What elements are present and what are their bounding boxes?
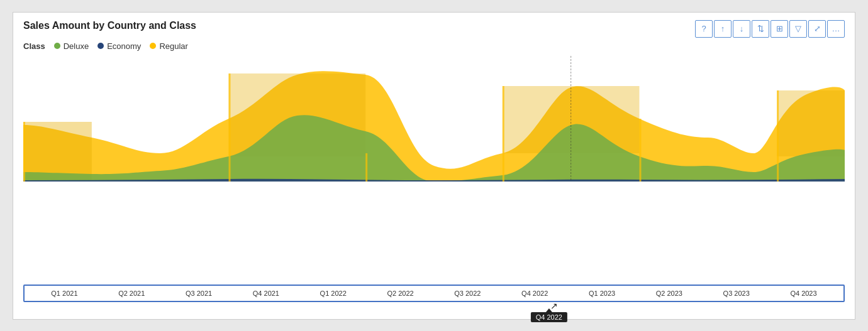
x-label-q2-2021: Q2 2021 xyxy=(113,290,150,297)
toolbar[interactable]: ? ↑ ↓ ⇅ ⊞ ▽ ⤢ … xyxy=(695,20,845,38)
legend: Class Deluxe Economy Regular xyxy=(23,41,845,51)
regular-dot xyxy=(150,43,156,49)
x-label-q1-2023: Q1 2023 xyxy=(583,290,621,297)
x-label-q2-2023: Q2 2023 xyxy=(650,290,688,297)
svg-rect-6 xyxy=(365,153,367,182)
cursor-icon: ↗ xyxy=(550,301,558,311)
tooltip-wrapper: Q4 2022 ↗ xyxy=(531,312,567,322)
x-label-q3-2021: Q3 2021 xyxy=(180,290,218,297)
legend-item-deluxe: Deluxe xyxy=(54,41,89,51)
x-label-q1-2022: Q1 2022 xyxy=(314,290,352,297)
toolbar-focus-btn[interactable]: ⤢ xyxy=(808,20,826,38)
x-label-q1-2021: Q1 2021 xyxy=(45,290,83,297)
toolbar-sort-btn[interactable]: ⇅ xyxy=(752,20,769,38)
toolbar-down-btn[interactable]: ↓ xyxy=(733,20,750,38)
toolbar-expand-btn[interactable]: ⊞ xyxy=(771,20,788,38)
svg-rect-8 xyxy=(640,119,642,182)
legend-label-regular: Regular xyxy=(159,41,188,51)
legend-prefix: Class xyxy=(23,41,45,51)
svg-rect-3 xyxy=(777,90,845,156)
chart-container: Sales Amount by Country and Class ? ↑ ↓ … xyxy=(13,12,855,320)
toolbar-up-btn[interactable]: ↑ xyxy=(714,20,732,38)
svg-rect-4 xyxy=(23,122,25,182)
svg-rect-7 xyxy=(503,86,504,182)
toolbar-help-btn[interactable]: ? xyxy=(695,20,713,38)
chart-svg xyxy=(23,56,845,282)
legend-label-deluxe: Deluxe xyxy=(64,41,89,51)
svg-rect-5 xyxy=(229,73,231,182)
x-axis-wrapper: Q1 2021 Q2 2021 Q3 2021 Q4 2021 Q1 2022 … xyxy=(23,285,845,302)
legend-label-economy: Economy xyxy=(107,41,141,51)
toolbar-filter-btn[interactable]: ▽ xyxy=(789,20,807,38)
x-label-q2-2022: Q2 2022 xyxy=(382,290,420,297)
x-label-q3-2023: Q3 2023 xyxy=(718,290,755,297)
legend-item-regular: Regular xyxy=(150,41,188,51)
chart-area xyxy=(23,56,845,282)
x-labels: Q1 2021 Q2 2021 Q3 2021 Q4 2021 Q1 2022 … xyxy=(25,290,843,297)
x-label-q4-2023: Q4 2023 xyxy=(785,290,823,297)
legend-item-economy: Economy xyxy=(97,41,141,51)
x-label-q4-2022: Q4 2022 xyxy=(516,290,554,297)
chart-header: Sales Amount by Country and Class ? ↑ ↓ … xyxy=(23,20,845,38)
x-label-q4-2021: Q4 2021 xyxy=(247,290,285,297)
toolbar-more-btn[interactable]: … xyxy=(827,20,845,38)
deluxe-dot xyxy=(54,43,60,49)
x-label-q3-2022: Q3 2022 xyxy=(448,290,486,297)
tooltip-text: Q4 2022 xyxy=(536,313,562,321)
x-axis-area: Q1 2021 Q2 2021 Q3 2021 Q4 2021 Q1 2022 … xyxy=(23,285,845,302)
svg-rect-9 xyxy=(777,90,779,182)
economy-dot xyxy=(97,43,104,49)
tooltip: Q4 2022 xyxy=(531,312,567,322)
chart-title: Sales Amount by Country and Class xyxy=(23,20,196,31)
